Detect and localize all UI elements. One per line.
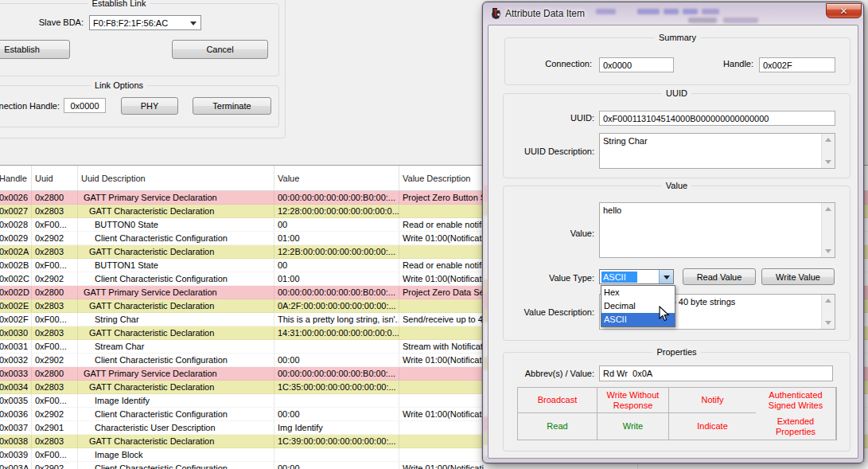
cell-value: 01:00 xyxy=(274,272,399,285)
cell-handle: 0x003A xyxy=(0,462,32,469)
cell-uuid-description: Client Characteristic Configuration xyxy=(78,408,274,420)
screen: Establish Link Slave BDA: F0:F8:F2:1F:56… xyxy=(0,0,868,469)
close-button[interactable]: ✕ xyxy=(826,3,862,18)
cell-value: 00:00:00:00:00:00:00:B0:00:... xyxy=(274,191,399,204)
read-value-button-label: Read Value xyxy=(697,272,742,282)
abbrev-value: Rd Wr 0x0A xyxy=(603,369,652,378)
cancel-button[interactable]: Cancel xyxy=(172,40,268,59)
titlebar-bleed xyxy=(637,9,660,14)
titlebar-bleed xyxy=(683,9,698,14)
cell-value: 00 xyxy=(274,218,399,231)
property-cell: Write Without Response xyxy=(597,388,669,413)
titlebar-bleed xyxy=(596,9,616,14)
cell-uuid: 0x2803 xyxy=(32,205,78,217)
abbrev-value-field[interactable]: Rd Wr 0x0A xyxy=(599,365,833,381)
terminate-button[interactable]: Terminate xyxy=(193,97,271,115)
connection-handle-label: Connection Handle: xyxy=(0,101,60,111)
read-value-button[interactable]: Read Value xyxy=(683,268,756,285)
cell-uuid: 0x2803 xyxy=(32,381,78,393)
phy-button[interactable]: PHY xyxy=(121,97,178,115)
column-header-handle[interactable]: Handle xyxy=(0,166,32,190)
cell-handle: 0x0031 xyxy=(0,340,32,353)
connection-handle-field[interactable]: 0x0000 xyxy=(64,98,106,113)
mouse-cursor xyxy=(659,306,670,322)
scroll-down-icon[interactable] xyxy=(825,160,831,164)
cell-value: 00:00 xyxy=(274,408,399,420)
dropdown-option[interactable]: Hex xyxy=(601,286,675,299)
cell-value: 00:00:00:00:00:00:00:B0:00:... xyxy=(274,367,399,380)
cell-uuid-description: GATT Characteristic Declaration xyxy=(78,205,274,217)
property-cell: Indicate xyxy=(669,413,756,440)
value-textarea[interactable]: hello xyxy=(599,202,835,258)
ti-logo-icon xyxy=(490,7,503,20)
cell-uuid-description: GATT Characteristic Declaration xyxy=(78,381,274,393)
cell-uuid-description: GATT Characteristic Declaration xyxy=(78,299,274,312)
dialog-client-area: Summary Connection: 0x0000 Handle: 0x002… xyxy=(488,25,858,459)
property-cell: Write xyxy=(597,413,669,440)
uuid-field[interactable]: 0xF000113104514000B000000000000000 xyxy=(599,111,835,126)
cell-handle: 0x002F xyxy=(0,313,32,326)
cell-handle: 0x0035 xyxy=(0,394,32,407)
uuid-description-textarea[interactable]: String Char xyxy=(599,133,835,169)
cell-value: 1C:35:00:00:00:00:00:00:00:... xyxy=(274,381,399,393)
connection-field[interactable]: 0x0000 xyxy=(599,57,674,72)
scroll-down-icon[interactable] xyxy=(825,321,831,325)
cell-handle: 0x0032 xyxy=(0,354,32,366)
uuid-description-text: String Char xyxy=(603,136,819,146)
scroll-down-icon[interactable] xyxy=(825,249,831,253)
scroll-up-icon[interactable] xyxy=(825,138,831,142)
cell-value: 00:00 xyxy=(274,354,399,366)
attribute-data-item-dialog: Attribute Data Item ✕ Summary Connection… xyxy=(482,2,864,463)
cell-uuid-description: Image Identify xyxy=(78,394,274,407)
cell-uuid: 0xF00... xyxy=(32,313,78,326)
establish-button[interactable]: Establish xyxy=(0,40,70,59)
cell-uuid-description: GATT Primary Service Declaration xyxy=(78,286,274,299)
scrollbar[interactable] xyxy=(821,203,835,257)
summary-group-label: Summary xyxy=(505,33,850,42)
cell-uuid: 0x2902 xyxy=(32,408,78,420)
cell-value: 12:2B:00:00:00:00:00:00:00:... xyxy=(274,245,399,258)
cell-value xyxy=(274,340,399,353)
cell-uuid-description: GATT Characteristic Declaration xyxy=(78,435,274,448)
column-header-value[interactable]: Value xyxy=(274,166,399,190)
handle-field[interactable]: 0x002F xyxy=(759,57,835,72)
dialog-titlebar[interactable]: Attribute Data Item ✕ xyxy=(483,2,863,25)
value-type-combobox[interactable]: ASCII xyxy=(599,269,674,284)
establish-button-label: Establish xyxy=(4,45,40,54)
write-value-button-label: Write Value xyxy=(776,272,820,282)
slave-bda-combobox[interactable]: F0:F8:F2:1F:56:AC xyxy=(89,15,201,30)
scrollbar[interactable] xyxy=(821,134,835,168)
cell-uuid: 0x2902 xyxy=(32,232,78,244)
cell-value: 00:00 xyxy=(274,462,399,469)
cell-uuid: 0x2803 xyxy=(32,299,78,312)
cell-value: Img Identify xyxy=(274,421,399,434)
write-value-button[interactable]: Write Value xyxy=(761,268,835,285)
column-header-uuid-description[interactable]: Uuid Description xyxy=(78,166,274,190)
cell-uuid-description: Characteristic User Description xyxy=(78,421,274,434)
connection-handle-value: 0x0000 xyxy=(70,101,99,111)
cell-handle: 0x0033 xyxy=(0,367,32,380)
cell-uuid-description: GATT Characteristic Declaration xyxy=(78,326,274,339)
phy-button-label: PHY xyxy=(141,101,159,111)
cell-uuid: 0x2803 xyxy=(32,245,78,258)
value-group-label: Value xyxy=(504,181,850,190)
column-header-uuid[interactable]: Uuid xyxy=(32,166,78,190)
cell-uuid-description: Client Characteristic Configuration xyxy=(78,462,274,469)
titlebar-bleed xyxy=(723,18,758,23)
cell-handle: 0x0029 xyxy=(0,232,32,244)
scrollbar[interactable] xyxy=(821,295,835,329)
handle-value: 0x002F xyxy=(763,61,792,70)
cell-value: 14:31:00:00:00:00:00:00:00:0... xyxy=(274,326,399,339)
cell-uuid-description: Client Characteristic Configuration xyxy=(78,232,274,244)
titlebar-bleed xyxy=(664,9,679,14)
cell-uuid: 0x2902 xyxy=(32,272,78,285)
cell-handle: 0x0027 xyxy=(0,205,32,217)
scroll-up-icon[interactable] xyxy=(825,299,831,303)
combo-dropdown-button[interactable] xyxy=(659,270,673,283)
value-label: Value: xyxy=(531,229,594,239)
cell-value: This is a pretty long string, isn'... xyxy=(274,313,399,326)
dialog-title: Attribute Data Item xyxy=(505,8,585,19)
cell-uuid: 0x2800 xyxy=(32,367,78,380)
cell-value xyxy=(274,448,399,461)
scroll-up-icon[interactable] xyxy=(825,207,831,211)
